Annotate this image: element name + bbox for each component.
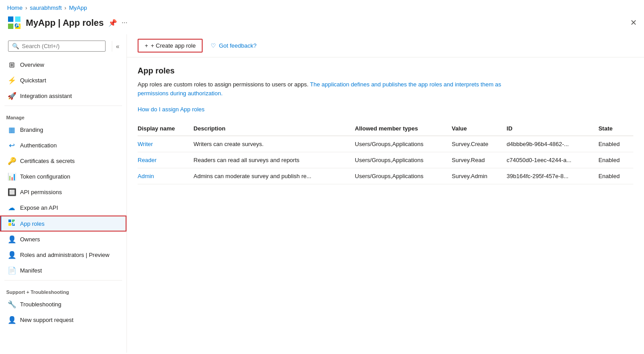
- feedback-button[interactable]: ♡ Got feedback?: [204, 40, 263, 52]
- table-row: Admin Admins can moderate survey and pub…: [138, 168, 633, 184]
- token-config-icon: 📊: [8, 172, 16, 181]
- breadcrumb-myapp[interactable]: MyApp: [69, 4, 87, 11]
- close-button[interactable]: ✕: [630, 18, 637, 28]
- role-allowed-member-types: Users/Groups,Applications: [355, 136, 452, 152]
- role-allowed-member-types: Users/Groups,Applications: [355, 152, 452, 168]
- integration-assistant-icon: 🚀: [8, 92, 16, 100]
- sidebar-item-owners[interactable]: 👤 Owners: [0, 232, 126, 247]
- page-header: A MyApp | App roles 📌 ··· ✕: [0, 14, 644, 34]
- role-description: Admins can moderate survey and publish r…: [194, 168, 355, 184]
- sidebar-item-authentication[interactable]: ↩ Authentication: [0, 138, 126, 153]
- authentication-icon: ↩: [8, 141, 16, 150]
- more-options-icon[interactable]: ···: [122, 19, 127, 27]
- svg-rect-6: [8, 220, 11, 222]
- certificates-icon: 🔑: [8, 157, 16, 165]
- toolbar: + + Create app role ♡ Got feedback?: [127, 34, 644, 57]
- role-description: Writers can create surveys.: [194, 136, 355, 152]
- help-link[interactable]: How do I assign App roles: [138, 106, 204, 113]
- svg-rect-0: [8, 16, 13, 22]
- manage-divider: [4, 106, 122, 106]
- svg-text:A: A: [12, 220, 16, 227]
- search-icon: 🔍: [12, 43, 19, 49]
- sidebar-item-overview-label: Overview: [20, 61, 44, 68]
- role-display-name[interactable]: Admin: [138, 168, 194, 184]
- col-value: Value: [452, 122, 506, 136]
- sidebar: 🔍 « ⊞ Overview ⚡ Quickstart 🚀 Integratio…: [0, 34, 127, 353]
- search-input[interactable]: [22, 43, 102, 49]
- role-state: Enabled: [599, 168, 633, 184]
- role-description: Readers can read all surveys and reports: [194, 152, 355, 168]
- sidebar-item-roles-administrators[interactable]: 👤 Roles and administrators | Preview: [0, 247, 126, 263]
- role-id: c74050d0-1eec-4244-a...: [507, 152, 599, 168]
- branding-icon: ▦: [8, 126, 16, 134]
- breadcrumb-saurabhmsft[interactable]: saurabhmsft: [30, 4, 62, 11]
- role-state: Enabled: [599, 136, 633, 152]
- main-layout: 🔍 « ⊞ Overview ⚡ Quickstart 🚀 Integratio…: [0, 34, 644, 353]
- sidebar-item-token-configuration[interactable]: 📊 Token configuration: [0, 169, 126, 184]
- col-state: State: [599, 122, 633, 136]
- col-display-name: Display name: [138, 122, 194, 136]
- support-divider: [4, 280, 122, 281]
- sidebar-item-certificates-secrets[interactable]: 🔑 Certificates & secrets: [0, 153, 126, 169]
- role-value: Survey.Admin: [452, 168, 506, 184]
- quickstart-icon: ⚡: [8, 76, 16, 85]
- sidebar-item-overview[interactable]: ⊞ Overview: [0, 57, 126, 73]
- roles-table: Display name Description Allowed member …: [138, 122, 633, 184]
- sidebar-item-api-permissions[interactable]: 🔲 API permissions: [0, 184, 126, 200]
- breadcrumb: Home › saurabhmsft › MyApp: [0, 0, 644, 14]
- role-display-name[interactable]: Writer: [138, 136, 194, 152]
- support-section-label: Support + Troubleshooting: [0, 282, 126, 297]
- sidebar-item-quickstart[interactable]: ⚡ Quickstart: [0, 73, 126, 88]
- content-area: + + Create app role ♡ Got feedback? App …: [127, 34, 644, 353]
- role-id: d4bbbe9b-96b4-4862-...: [507, 136, 599, 152]
- col-description: Description: [194, 122, 355, 136]
- content-description: App roles are custom roles to assign per…: [138, 80, 503, 98]
- role-display-name[interactable]: Reader: [138, 152, 194, 168]
- role-state: Enabled: [599, 152, 633, 168]
- sidebar-item-manifest[interactable]: 📄 Manifest: [0, 263, 126, 278]
- plus-icon: +: [145, 42, 148, 49]
- svg-rect-8: [8, 223, 11, 226]
- pin-icon[interactable]: 📌: [108, 19, 117, 27]
- sidebar-item-branding[interactable]: ▦ Branding: [0, 122, 126, 138]
- search-box[interactable]: 🔍: [8, 41, 106, 52]
- role-value: Survey.Create: [452, 136, 506, 152]
- content-body: App roles App roles are custom roles to …: [127, 57, 644, 193]
- svg-rect-2: [8, 24, 13, 29]
- content-title: App roles: [138, 66, 633, 76]
- col-allowed-member-types: Allowed member types: [355, 122, 452, 136]
- sidebar-item-integration-assistant[interactable]: 🚀 Integration assistant: [0, 88, 126, 104]
- app-roles-icon: A: [8, 219, 16, 228]
- table-row: Reader Readers can read all surveys and …: [138, 152, 633, 168]
- troubleshooting-icon: 🔧: [8, 300, 16, 309]
- collapse-sidebar-button[interactable]: «: [112, 41, 123, 52]
- manage-section-label: Manage: [0, 108, 126, 122]
- sidebar-item-quickstart-label: Quickstart: [20, 77, 46, 84]
- svg-text:A: A: [16, 21, 20, 28]
- table-row: Writer Writers can create surveys. Users…: [138, 136, 633, 152]
- app-icon: A: [7, 16, 21, 30]
- sidebar-item-app-roles[interactable]: A App roles: [0, 216, 126, 232]
- table-header-row: Display name Description Allowed member …: [138, 122, 633, 136]
- new-support-icon: 👤: [8, 316, 16, 324]
- page-title: MyApp | App roles: [26, 18, 104, 28]
- roles-admin-icon: 👤: [8, 251, 16, 259]
- manifest-icon: 📄: [8, 266, 16, 275]
- sidebar-item-new-support-request[interactable]: 👤 New support request: [0, 312, 126, 328]
- role-value: Survey.Read: [452, 152, 506, 168]
- heart-icon: ♡: [211, 42, 216, 49]
- breadcrumb-home[interactable]: Home: [7, 4, 23, 11]
- expose-api-icon: ☁: [8, 203, 16, 212]
- owners-icon: 👤: [8, 235, 16, 244]
- col-id: ID: [507, 122, 599, 136]
- sidebar-item-expose-api[interactable]: ☁ Expose an API: [0, 200, 126, 216]
- sidebar-item-troubleshooting[interactable]: 🔧 Troubleshooting: [0, 297, 126, 312]
- role-id: 39b164fc-295f-457e-8...: [507, 168, 599, 184]
- create-app-role-button[interactable]: + + Create app role: [138, 39, 203, 53]
- role-allowed-member-types: Users/Groups,Applications: [355, 168, 452, 184]
- sidebar-item-integration-assistant-label: Integration assistant: [20, 93, 72, 99]
- overview-icon: ⊞: [8, 61, 16, 69]
- api-permissions-icon: 🔲: [8, 188, 16, 196]
